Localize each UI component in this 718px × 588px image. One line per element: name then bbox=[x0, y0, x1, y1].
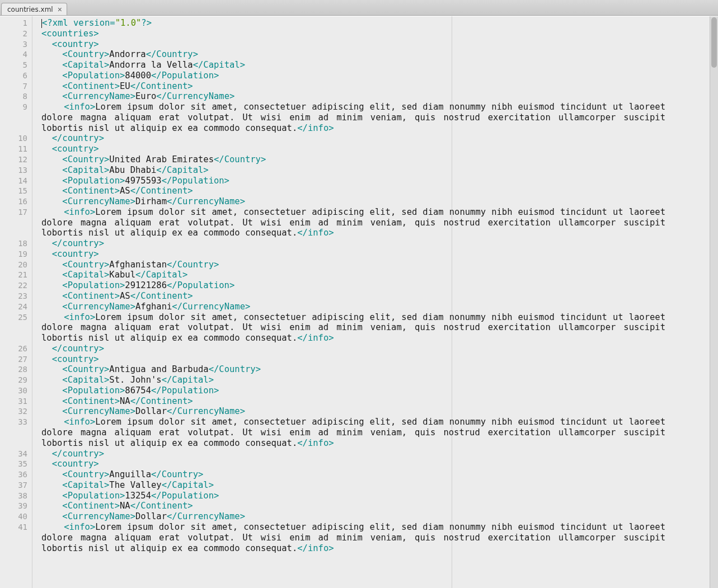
line-number: 29 bbox=[0, 375, 27, 385]
line-number: 27 bbox=[0, 354, 27, 365]
code-line[interactable]: <Country>Anguilla</Country> bbox=[41, 469, 718, 480]
code-line[interactable]: <Population>84000</Population> bbox=[41, 70, 718, 81]
line-number: 23 bbox=[0, 291, 27, 302]
line-number: 6 bbox=[0, 70, 27, 81]
line-number: 7 bbox=[0, 81, 27, 92]
code-line[interactable]: <Country>Andorra</Country> bbox=[41, 49, 718, 60]
code-line[interactable]: <Population>4975593</Population> bbox=[41, 176, 718, 186]
code-line[interactable]: <info>Lorem ipsum dolor sit amet, consec… bbox=[41, 417, 665, 448]
code-line[interactable]: <Capital>Abu Dhabi</Capital> bbox=[41, 165, 718, 176]
line-number: 16 bbox=[0, 196, 27, 207]
code-line[interactable]: <CurrencyName>Euro</CurrencyName> bbox=[41, 91, 718, 102]
code-line[interactable]: <Continent>AS</Continent> bbox=[41, 291, 718, 302]
line-number: 39 bbox=[0, 501, 27, 511]
code-line[interactable]: <Capital>The Valley</Capital> bbox=[41, 480, 718, 491]
code-line[interactable]: <Continent>NA</Continent> bbox=[41, 501, 718, 511]
editor-area[interactable]: 1234567891011121314151617181920212223242… bbox=[0, 16, 718, 588]
code-line[interactable]: <Population>13254</Population> bbox=[41, 491, 718, 501]
line-number: 33 bbox=[0, 417, 27, 448]
line-number: 2 bbox=[0, 29, 27, 39]
line-number: 13 bbox=[0, 165, 27, 176]
code-line[interactable]: </country> bbox=[41, 344, 718, 354]
code-line[interactable]: <Capital>Kabul</Capital> bbox=[41, 270, 718, 280]
line-number: 21 bbox=[0, 270, 27, 280]
code-line[interactable]: </country> bbox=[41, 238, 718, 249]
line-number: 40 bbox=[0, 511, 27, 522]
line-number: 18 bbox=[0, 238, 27, 249]
code-line[interactable]: <CurrencyName>Dirham</CurrencyName> bbox=[41, 196, 718, 207]
line-number: 31 bbox=[0, 396, 27, 407]
file-tab[interactable]: countries.xml × bbox=[1, 3, 67, 15]
line-number: 30 bbox=[0, 385, 27, 396]
code-line[interactable]: <Capital>St. John's</Capital> bbox=[41, 375, 718, 385]
line-number: 25 bbox=[0, 312, 27, 344]
line-number: 38 bbox=[0, 491, 27, 501]
line-number: 24 bbox=[0, 302, 27, 312]
code-line[interactable]: <Population>86754</Population> bbox=[41, 385, 718, 396]
line-number: 19 bbox=[0, 249, 27, 260]
code-line[interactable]: <CurrencyName>Dollar</CurrencyName> bbox=[41, 406, 718, 417]
line-number: 14 bbox=[0, 176, 27, 186]
vertical-scrollbar[interactable] bbox=[710, 16, 718, 588]
code-line[interactable]: <CurrencyName>Dollar</CurrencyName> bbox=[41, 511, 718, 522]
line-number: 34 bbox=[0, 449, 27, 459]
code-line[interactable]: <country> bbox=[41, 459, 718, 469]
code-viewport[interactable]: <?xml version="1.0"?><countries> <countr… bbox=[32, 16, 718, 588]
line-number: 22 bbox=[0, 280, 27, 291]
code-line[interactable]: <?xml version="1.0"?> bbox=[41, 18, 718, 29]
code-line[interactable]: <Continent>NA</Continent> bbox=[41, 396, 718, 407]
line-number: 32 bbox=[0, 406, 27, 417]
code-line[interactable]: <info>Lorem ipsum dolor sit amet, consec… bbox=[41, 522, 665, 553]
code-line[interactable]: <Capital>Andorra la Vella</Capital> bbox=[41, 60, 718, 70]
code-content[interactable]: <?xml version="1.0"?><countries> <countr… bbox=[32, 16, 718, 553]
code-line[interactable]: </country> bbox=[41, 449, 718, 459]
code-line[interactable]: <Continent>AS</Continent> bbox=[41, 186, 718, 196]
code-line[interactable]: <CurrencyName>Afghani</CurrencyName> bbox=[41, 302, 718, 312]
tab-bar: countries.xml × bbox=[0, 0, 718, 16]
line-number-gutter: 1234567891011121314151617181920212223242… bbox=[0, 16, 32, 588]
line-number: 9 bbox=[0, 102, 27, 133]
code-line[interactable]: <info>Lorem ipsum dolor sit amet, consec… bbox=[41, 102, 665, 133]
code-line[interactable]: <countries> bbox=[41, 29, 718, 39]
line-number: 41 bbox=[0, 522, 27, 553]
line-number: 35 bbox=[0, 459, 27, 469]
code-line[interactable]: <Country>Antigua and Barbuda</Country> bbox=[41, 364, 718, 375]
code-line[interactable]: <country> bbox=[41, 249, 718, 260]
line-number: 12 bbox=[0, 154, 27, 165]
code-line[interactable]: <Country>United Arab Emirates</Country> bbox=[41, 154, 718, 165]
app-window: countries.xml × 123456789101112131415161… bbox=[0, 0, 718, 588]
code-line[interactable]: <info>Lorem ipsum dolor sit amet, consec… bbox=[41, 207, 665, 238]
line-number: 15 bbox=[0, 186, 27, 196]
line-number: 36 bbox=[0, 469, 27, 480]
line-number: 5 bbox=[0, 60, 27, 70]
line-number: 37 bbox=[0, 480, 27, 491]
line-number: 4 bbox=[0, 49, 27, 60]
line-number: 11 bbox=[0, 144, 27, 154]
code-line[interactable]: <country> bbox=[41, 354, 718, 365]
code-line[interactable]: <Country>Afghanistan</Country> bbox=[41, 260, 718, 270]
line-number: 17 bbox=[0, 207, 27, 238]
code-line[interactable]: <info>Lorem ipsum dolor sit amet, consec… bbox=[41, 312, 665, 344]
code-line[interactable]: <Population>29121286</Population> bbox=[41, 280, 718, 291]
close-icon[interactable]: × bbox=[57, 6, 63, 13]
code-line[interactable]: </country> bbox=[41, 133, 718, 144]
line-number: 26 bbox=[0, 344, 27, 354]
code-line[interactable]: <Continent>EU</Continent> bbox=[41, 81, 718, 92]
vertical-scrollbar-thumb[interactable] bbox=[711, 17, 717, 68]
line-number: 10 bbox=[0, 133, 27, 144]
line-number: 3 bbox=[0, 39, 27, 50]
line-number: 1 bbox=[0, 18, 27, 29]
file-tab-label: countries.xml bbox=[7, 6, 53, 13]
code-line[interactable]: <country> bbox=[41, 144, 718, 154]
line-number: 28 bbox=[0, 364, 27, 375]
line-number: 20 bbox=[0, 260, 27, 270]
code-line[interactable]: <country> bbox=[41, 39, 718, 50]
line-number: 8 bbox=[0, 91, 27, 102]
